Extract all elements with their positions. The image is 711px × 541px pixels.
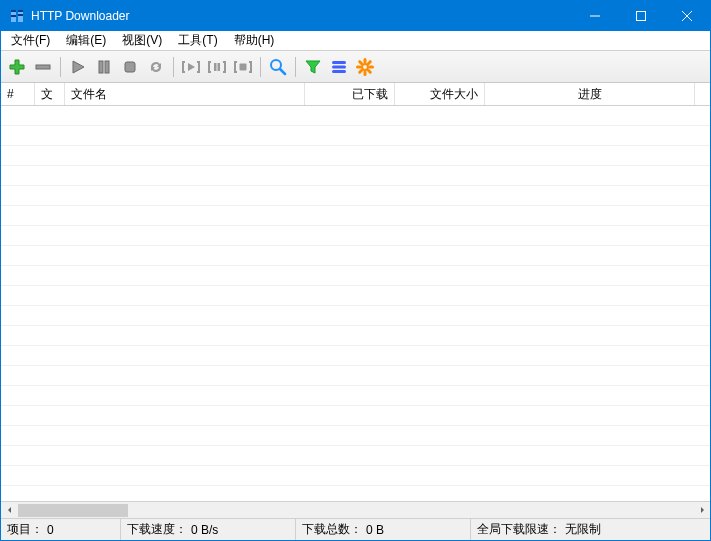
status-items-label: 项目： bbox=[7, 521, 43, 538]
svg-rect-14 bbox=[125, 62, 135, 72]
restart-button[interactable] bbox=[144, 55, 168, 79]
grid-header: # 文 文件名 已下载 文件大小 进度 bbox=[1, 83, 710, 106]
scroll-left-button[interactable] bbox=[1, 502, 18, 519]
list-icon bbox=[330, 58, 348, 76]
svg-rect-12 bbox=[99, 61, 103, 73]
start-button[interactable] bbox=[66, 55, 90, 79]
svg-line-32 bbox=[369, 61, 371, 63]
svg-line-20 bbox=[280, 69, 285, 74]
pause-icon bbox=[96, 59, 112, 75]
add-button[interactable] bbox=[5, 55, 29, 79]
content-area: # 文 文件名 已下载 文件大小 进度 bbox=[1, 83, 710, 518]
chevron-left-icon bbox=[6, 506, 14, 514]
status-speed-label: 下载速度： bbox=[127, 521, 187, 538]
settings-button[interactable] bbox=[353, 55, 377, 79]
window-title: HTTP Downloader bbox=[31, 9, 572, 23]
col-filesize[interactable]: 文件大小 bbox=[395, 83, 485, 105]
col-extra[interactable] bbox=[695, 83, 710, 105]
col-filetype[interactable]: 文 bbox=[35, 83, 65, 105]
svg-rect-18 bbox=[240, 63, 247, 70]
status-total: 下载总数： 0 B bbox=[296, 519, 471, 540]
status-total-value: 0 B bbox=[366, 523, 384, 537]
table-row bbox=[1, 446, 710, 466]
svg-rect-16 bbox=[214, 63, 217, 71]
plus-icon bbox=[8, 58, 26, 76]
search-icon bbox=[269, 58, 287, 76]
svg-line-29 bbox=[360, 61, 362, 63]
status-limit-value: 无限制 bbox=[565, 521, 601, 538]
svg-rect-1 bbox=[11, 10, 16, 12]
close-button[interactable] bbox=[664, 1, 710, 31]
bracket-pause-icon bbox=[208, 58, 226, 76]
status-total-label: 下载总数： bbox=[302, 521, 362, 538]
svg-marker-11 bbox=[73, 61, 84, 73]
horizontal-scrollbar[interactable] bbox=[1, 501, 710, 518]
col-filename[interactable]: 文件名 bbox=[65, 83, 305, 105]
svg-rect-4 bbox=[18, 10, 23, 12]
bracket-pause-button[interactable] bbox=[205, 55, 229, 79]
col-progress[interactable]: 进度 bbox=[485, 83, 695, 105]
status-speed-value: 0 B/s bbox=[191, 523, 218, 537]
table-row bbox=[1, 246, 710, 266]
chevron-right-icon bbox=[698, 506, 706, 514]
svg-rect-17 bbox=[218, 63, 221, 71]
table-row bbox=[1, 406, 710, 426]
table-row bbox=[1, 126, 710, 146]
table-row bbox=[1, 326, 710, 346]
pause-all-button[interactable] bbox=[179, 55, 203, 79]
menu-edit[interactable]: 编辑(E) bbox=[58, 30, 114, 51]
menu-help[interactable]: 帮助(H) bbox=[226, 30, 283, 51]
titlebar[interactable]: HTTP Downloader bbox=[1, 1, 710, 31]
menu-tools[interactable]: 工具(T) bbox=[170, 30, 225, 51]
maximize-button[interactable] bbox=[618, 1, 664, 31]
table-row bbox=[1, 266, 710, 286]
play-icon bbox=[70, 59, 86, 75]
search-button[interactable] bbox=[266, 55, 290, 79]
scroll-right-button[interactable] bbox=[693, 502, 710, 519]
window-controls bbox=[572, 1, 710, 31]
table-row bbox=[1, 346, 710, 366]
col-num[interactable]: # bbox=[1, 83, 35, 105]
statusbar: 项目： 0 下载速度： 0 B/s 下载总数： 0 B 全局下载限速： 无限制 bbox=[1, 518, 710, 540]
refresh-icon bbox=[147, 58, 165, 76]
minimize-button[interactable] bbox=[572, 1, 618, 31]
table-row bbox=[1, 226, 710, 246]
table-row bbox=[1, 286, 710, 306]
table-row bbox=[1, 306, 710, 326]
grid-body[interactable] bbox=[1, 106, 710, 501]
table-row bbox=[1, 386, 710, 406]
svg-rect-10 bbox=[36, 65, 50, 69]
table-row bbox=[1, 366, 710, 386]
svg-rect-22 bbox=[332, 65, 346, 68]
table-row bbox=[1, 146, 710, 166]
bracket-stop-button[interactable] bbox=[231, 55, 255, 79]
toolbar bbox=[1, 51, 710, 83]
svg-rect-2 bbox=[11, 15, 16, 17]
remove-button[interactable] bbox=[31, 55, 55, 79]
scroll-thumb[interactable] bbox=[18, 504, 128, 517]
bracket-play-icon bbox=[182, 58, 200, 76]
svg-marker-33 bbox=[8, 507, 11, 513]
separator bbox=[173, 57, 174, 77]
pause-button[interactable] bbox=[92, 55, 116, 79]
svg-marker-15 bbox=[188, 63, 195, 71]
menu-view[interactable]: 视图(V) bbox=[114, 30, 170, 51]
filter-button[interactable] bbox=[301, 55, 325, 79]
scroll-track[interactable] bbox=[18, 502, 693, 518]
table-row bbox=[1, 166, 710, 186]
minus-icon bbox=[34, 58, 52, 76]
svg-rect-23 bbox=[332, 70, 346, 73]
svg-line-30 bbox=[369, 70, 371, 72]
queue-button[interactable] bbox=[327, 55, 351, 79]
table-row bbox=[1, 206, 710, 226]
separator bbox=[295, 57, 296, 77]
svg-rect-21 bbox=[332, 61, 346, 64]
svg-line-31 bbox=[360, 70, 362, 72]
table-row bbox=[1, 106, 710, 126]
stop-button[interactable] bbox=[118, 55, 142, 79]
col-downloaded[interactable]: 已下载 bbox=[305, 83, 395, 105]
svg-point-24 bbox=[362, 64, 368, 70]
menu-file[interactable]: 文件(F) bbox=[3, 30, 58, 51]
filter-icon bbox=[304, 58, 322, 76]
status-limit: 全局下载限速： 无限制 bbox=[471, 519, 710, 540]
